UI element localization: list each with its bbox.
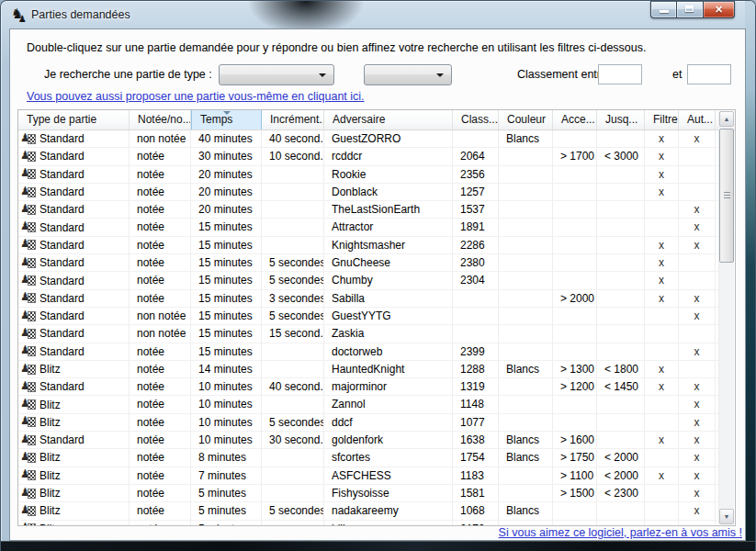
table-row[interactable]: ♟ Standard notée 20 minutes Rookie 2356 … bbox=[18, 166, 719, 184]
cell-filter bbox=[645, 414, 679, 431]
cell-increment: 5 secondes bbox=[262, 308, 324, 324]
cell-rating: 1754 bbox=[453, 449, 499, 466]
table-row[interactable]: ♟ Blitz notée 7 minutes ASFCHESS 1183 > … bbox=[18, 467, 719, 485]
checkerboard-icon bbox=[28, 489, 36, 499]
column-header-auto[interactable]: Aut... bbox=[679, 110, 716, 129]
vertical-scrollbar[interactable]: ▲ ▼ bbox=[718, 111, 734, 524]
cell-auto: x bbox=[679, 237, 716, 253]
table-row[interactable]: ♟ Blitz notée 8 minutes sfcortes 1754 Bl… bbox=[18, 449, 719, 467]
column-header-jusqua[interactable]: Jusq... bbox=[597, 110, 645, 129]
scroll-down-button[interactable]: ▼ bbox=[719, 509, 734, 524]
cell-color bbox=[499, 148, 553, 164]
cell-rating-max bbox=[597, 201, 645, 218]
column-header-type-de-partie[interactable]: Type de partie bbox=[18, 110, 130, 129]
cell-rating: 1068 bbox=[453, 502, 499, 519]
checkerboard-icon bbox=[28, 169, 36, 179]
table-row[interactable]: ♟ Standard non notée 15 minutes 15 secon… bbox=[18, 325, 719, 343]
propose-game-link[interactable]: Vous pouvez aussi proposer une partie vo… bbox=[27, 90, 365, 103]
cell-opponent: blik bbox=[324, 521, 453, 525]
cell-rating: 1148 bbox=[453, 396, 499, 412]
cell-auto: x bbox=[679, 414, 716, 431]
table-row[interactable]: ♟ Blitz notée 5 minutes 5 secondes nadak… bbox=[18, 502, 719, 520]
table-row[interactable]: ♟ Standard notée 15 minutes 5 secondes C… bbox=[18, 272, 719, 289]
scrollbar-thumb[interactable] bbox=[719, 129, 734, 263]
cell-time: 10 minutes bbox=[191, 378, 262, 395]
column-header-label: Incrément... bbox=[270, 113, 324, 126]
client-area: Double-cliquez sur une partie demandée p… bbox=[9, 28, 746, 541]
desktop-background: ♞ ♟ Parties demandées ✕ Double-cliquez s… bbox=[0, 0, 756, 551]
table-row[interactable]: ♟ Standard non notée 40 minutes 40 secon… bbox=[18, 130, 719, 148]
cell-rated: notée bbox=[130, 449, 191, 466]
cell-opponent: Chumby bbox=[324, 272, 453, 288]
table-row[interactable]: ♟ Standard notée 10 minutes 40 second...… bbox=[18, 378, 719, 396]
cell-type: ♟ Blitz bbox=[18, 361, 130, 377]
column-header-label: Type de partie bbox=[27, 113, 96, 126]
column-header-temps[interactable]: Temps bbox=[191, 110, 262, 129]
table-row[interactable]: ♟ Blitz notée 10 minutes 5 secondes ddcf… bbox=[18, 414, 719, 432]
cell-rating: 1257 bbox=[453, 184, 499, 200]
table-row[interactable]: ♟ Blitz notée 10 minutes Zannol 1148 x bbox=[18, 396, 719, 413]
cell-filter bbox=[645, 502, 679, 519]
column-header-notee[interactable]: Notée/no... bbox=[130, 110, 191, 129]
cell-rated: notée bbox=[130, 148, 191, 164]
cell-type-label: Blitz bbox=[39, 449, 61, 466]
minimize-button[interactable] bbox=[650, 1, 677, 18]
column-header-accepte[interactable]: Acce... bbox=[553, 110, 597, 129]
cell-auto bbox=[679, 361, 716, 377]
rating-min-input[interactable] bbox=[598, 64, 642, 84]
cell-rated: notée bbox=[130, 254, 191, 271]
titlebar[interactable]: ♞ ♟ Parties demandées ✕ bbox=[1, 1, 755, 28]
checkerboard-icon bbox=[28, 187, 36, 197]
game-type-select[interactable] bbox=[219, 64, 334, 85]
table-row[interactable]: ♟ Blitz notée 5 minutes Fishysoisse 1581… bbox=[18, 485, 719, 502]
cell-type: ♟ Standard bbox=[18, 343, 130, 360]
cell-rating-max bbox=[597, 308, 645, 324]
cell-rating-min: > 1100 bbox=[553, 467, 597, 484]
cell-time: 10 minutes bbox=[191, 414, 262, 431]
close-button[interactable]: ✕ bbox=[704, 1, 735, 18]
cell-color: Blancs bbox=[499, 449, 553, 466]
cell-opponent: rcddcr bbox=[324, 148, 453, 164]
table-row[interactable]: ♟ Standard notée 15 minutes Attractor 18… bbox=[18, 219, 719, 236]
cell-rated: notée bbox=[130, 290, 191, 307]
cell-rating: 2399 bbox=[453, 343, 499, 360]
cell-rated: notée bbox=[130, 272, 191, 288]
scroll-up-button[interactable]: ▲ bbox=[719, 111, 734, 127]
column-header-adversaire[interactable]: Adversaire bbox=[324, 110, 453, 129]
cell-auto: x bbox=[679, 219, 716, 235]
table-row[interactable]: ♟ Standard notée 20 minutes TheLastSionE… bbox=[18, 201, 719, 219]
table-row[interactable]: ♟ Standard notée 20 minutes Donblack 125… bbox=[18, 184, 719, 201]
cell-rating-max bbox=[597, 414, 645, 431]
cell-type: ♟ Blitz bbox=[18, 521, 130, 525]
column-header-increment[interactable]: Incrément... bbox=[262, 110, 324, 129]
cell-auto: x bbox=[679, 201, 716, 218]
cell-filter: x bbox=[645, 148, 679, 164]
column-header-classement[interactable]: Class... bbox=[453, 110, 499, 129]
cell-type: ♟ Blitz bbox=[18, 396, 130, 412]
table-row[interactable]: ♟ Standard notée 15 minutes 3 secondes S… bbox=[18, 290, 719, 308]
column-header-couleur[interactable]: Couleur bbox=[499, 110, 553, 129]
table-row[interactable]: ♟ Standard notée 15 minutes doctorweb 23… bbox=[18, 343, 719, 361]
game-category-select[interactable] bbox=[364, 64, 452, 85]
table-row[interactable]: ♟ Blitz notée 14 minutes HauntedKnight 1… bbox=[18, 361, 719, 378]
rating-max-input[interactable] bbox=[687, 64, 731, 84]
table-row[interactable]: ♟ Standard non notée 15 minutes 5 second… bbox=[18, 308, 719, 325]
cell-type: ♟ Standard bbox=[18, 237, 130, 253]
cell-type: ♟ Standard bbox=[18, 378, 130, 395]
table-row[interactable]: ♟ Standard notée 10 minutes 30 second...… bbox=[18, 432, 719, 449]
cell-type-label: Standard bbox=[39, 201, 85, 218]
maximize-button[interactable] bbox=[677, 1, 704, 18]
cell-color: Blancs bbox=[499, 432, 553, 448]
cell-type: ♟ Standard bbox=[18, 219, 130, 235]
table-row[interactable]: ♟ Standard notée 30 minutes 10 second...… bbox=[18, 148, 719, 165]
checkerboard-icon bbox=[28, 399, 36, 410]
table-row[interactable]: ♟ Standard notée 15 minutes 5 secondes G… bbox=[18, 254, 719, 272]
chess-game-icon: ♟ bbox=[22, 523, 37, 525]
table-row[interactable]: ♟ Standard notée 15 minutes Knightsmashe… bbox=[18, 237, 719, 254]
cell-opponent: GuestYYTG bbox=[324, 308, 453, 324]
table-row[interactable]: ♟ Blitz notée 5 minutes blik 2170 x bbox=[18, 521, 719, 525]
share-link[interactable]: Si vous aimez ce logiciel, parlez-en à v… bbox=[499, 526, 742, 539]
column-header-filtre[interactable]: Filtre bbox=[645, 110, 679, 129]
cell-rated: notée bbox=[130, 521, 191, 525]
intro-text: Double-cliquez sur une partie demandée p… bbox=[27, 41, 646, 54]
